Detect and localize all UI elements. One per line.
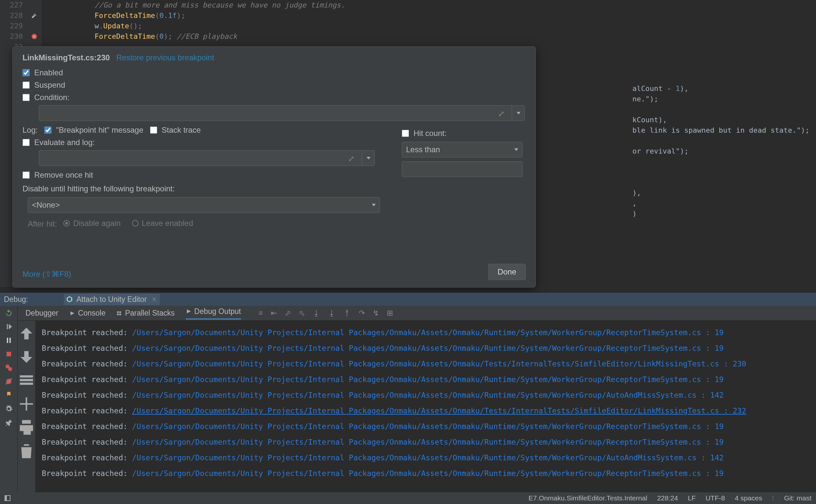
layout-icon[interactable] <box>5 495 10 501</box>
step-icon[interactable]: ⭳ <box>328 309 335 318</box>
rerun-icon[interactable] <box>5 309 13 317</box>
tab-debug-output[interactable]: Debug Output <box>186 307 241 319</box>
debug-config-tab[interactable]: Attach to Unity Editor × <box>64 294 159 305</box>
dialog-title: LinkMissingTest.cs:230 <box>22 53 110 62</box>
after-hit-label: After hit: <box>28 219 57 228</box>
debug-frame-toolbar <box>18 321 35 492</box>
step-icon[interactable]: ↯ <box>373 309 379 318</box>
close-icon[interactable]: × <box>152 295 156 304</box>
enabled-checkbox[interactable]: Enabled <box>22 68 526 77</box>
settings-icon[interactable] <box>5 405 13 413</box>
step-into-icon[interactable]: ⬀ <box>285 309 291 318</box>
resume-icon[interactable] <box>5 323 13 331</box>
condition-input[interactable] <box>39 105 525 121</box>
status-bar: E7.Onmaku.SimfileEditor.Tests.Internal 2… <box>0 492 816 504</box>
leave-enabled-radio[interactable]: Leave enabled <box>132 219 193 228</box>
step-over-icon[interactable]: ≡ <box>259 309 263 318</box>
step-icon[interactable]: ⇤ <box>271 309 277 318</box>
log-label: Log: <box>22 126 38 135</box>
remove-checkbox[interactable]: Remove once hit <box>22 170 385 180</box>
play-icon <box>186 309 191 314</box>
frames-icon[interactable] <box>18 372 35 389</box>
add-icon[interactable] <box>18 395 35 413</box>
condition-checkbox[interactable]: Condition: <box>22 93 526 102</box>
restore-link[interactable]: Restore previous breakpoint <box>116 53 214 62</box>
up-icon[interactable] <box>18 325 35 342</box>
tab-debugger[interactable]: Debugger <box>25 309 58 318</box>
unity-icon <box>66 296 73 303</box>
debug-label: Debug: <box>4 295 28 304</box>
down-icon[interactable] <box>18 348 35 366</box>
thread-dump-icon[interactable] <box>5 391 13 399</box>
code-fragment: alCount - 1), ne."); kCount), ble link i… <box>632 83 809 219</box>
more-link[interactable]: More (⇧⌘F8) <box>22 270 71 278</box>
play-icon <box>69 311 75 316</box>
dropdown-icon[interactable] <box>512 105 525 121</box>
step-icon[interactable]: ↷ <box>359 309 365 318</box>
hitcount-op-select[interactable]: Less than <box>402 142 523 157</box>
pause-icon[interactable] <box>5 336 13 344</box>
trash-icon[interactable] <box>18 442 35 460</box>
step-icon[interactable]: ⭱ <box>343 309 351 318</box>
dropdown-icon[interactable] <box>362 150 375 166</box>
bphit-checkbox[interactable]: "Breakpoint hit" message <box>44 126 143 135</box>
eval-checkbox[interactable]: Evaluate and log: <box>22 138 385 147</box>
breakpoint-dialog: LinkMissingTest.cs:230 Restore previous … <box>12 46 536 288</box>
indent[interactable]: 4 spaces <box>735 494 762 502</box>
calc-icon[interactable]: ⊞ <box>387 309 393 318</box>
line-ending[interactable]: LF <box>688 494 696 502</box>
hammer-icon <box>31 12 38 19</box>
view-breakpoints-icon[interactable] <box>5 364 13 372</box>
encoding[interactable]: UTF-8 <box>705 494 725 502</box>
hitcount-input[interactable] <box>402 161 523 177</box>
print-icon[interactable] <box>18 419 35 436</box>
suspend-checkbox[interactable]: Suspend <box>22 81 526 90</box>
done-button[interactable]: Done <box>488 264 526 280</box>
tab-parallel-stacks[interactable]: Parallel Stacks <box>116 309 174 318</box>
context-label: E7.Onmaku.SimfileEditor.Tests.Internal <box>529 494 647 502</box>
eval-input[interactable] <box>39 150 375 166</box>
debug-left-toolbar <box>0 306 18 492</box>
debug-toolbar: Debug: Attach to Unity Editor × <box>0 293 816 306</box>
disable-until-select[interactable]: <None> <box>28 197 380 213</box>
disable-until-label: Disable until hitting the following brea… <box>22 184 526 193</box>
svg-point-1 <box>33 36 35 37</box>
debug-panel-tabs: Debugger Console Parallel Stacks Debug O… <box>18 306 816 321</box>
stacks-icon <box>116 311 122 316</box>
stack-checkbox[interactable]: Stack trace <box>150 126 201 135</box>
stop-icon[interactable] <box>5 350 13 358</box>
svg-point-4 <box>8 367 12 371</box>
step-icon[interactable]: ⭳ <box>313 309 320 318</box>
svg-rect-7 <box>5 496 7 501</box>
debug-output-console[interactable]: Breakpoint reached: /Users/Sargon/Docume… <box>35 321 816 492</box>
expand-icon[interactable]: ⤢ <box>498 109 505 118</box>
svg-rect-2 <box>7 352 11 356</box>
pin-icon[interactable] <box>5 419 13 426</box>
expand-icon[interactable]: ⤢ <box>348 154 354 163</box>
tab-console[interactable]: Console <box>69 309 105 318</box>
git-branch[interactable]: Git: mast <box>784 494 811 502</box>
caret-pos[interactable]: 228:24 <box>657 494 678 502</box>
breakpoint-icon[interactable] <box>31 33 37 40</box>
mute-breakpoints-icon[interactable] <box>5 378 13 385</box>
step-out-icon[interactable]: ⬁ <box>299 309 305 318</box>
disable-again-radio[interactable]: Disable again <box>63 219 120 228</box>
hitcount-checkbox[interactable]: Hit count: <box>402 129 526 138</box>
